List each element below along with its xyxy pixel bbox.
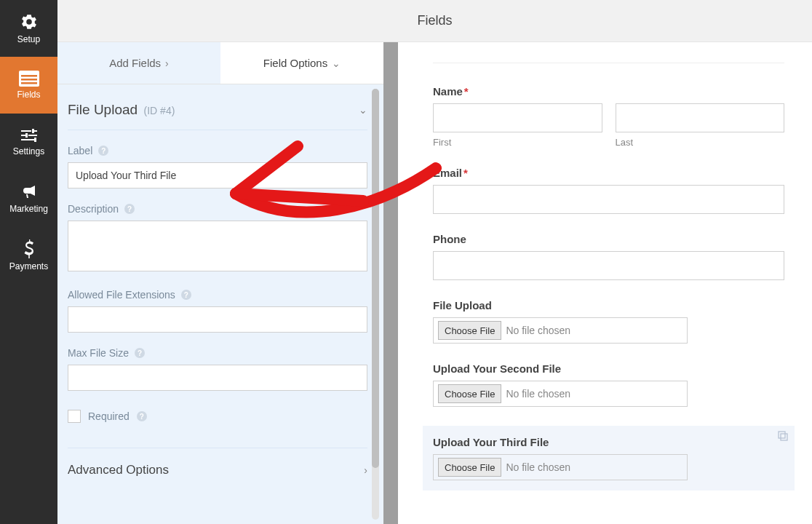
sidebar-item-settings[interactable]: Settings bbox=[0, 114, 57, 170]
no-file-text: No file chosen bbox=[506, 461, 570, 473]
sidebar: Setup Fields Settings Marketing Payments bbox=[0, 0, 57, 524]
help-icon[interactable]: ? bbox=[181, 290, 191, 300]
chevron-down-icon: ⌄ bbox=[332, 57, 341, 69]
svg-rect-1 bbox=[21, 75, 37, 77]
field-options-panel: Add Fields › Field Options ⌄ File Upload… bbox=[57, 42, 383, 524]
preview-email-field[interactable]: Email* bbox=[433, 167, 784, 214]
sidebar-item-marketing[interactable]: Marketing bbox=[0, 170, 57, 227]
max-size-input[interactable] bbox=[68, 365, 367, 391]
field-label-text: Max File Size bbox=[68, 347, 129, 359]
label-field-group: Label ? bbox=[68, 145, 367, 188]
preview-file-upload-2[interactable]: Upload Your Second File Choose File No f… bbox=[433, 362, 784, 407]
duplicate-icon[interactable] bbox=[777, 430, 789, 445]
content: Add Fields › Field Options ⌄ File Upload… bbox=[57, 42, 812, 524]
preview-label: File Upload bbox=[433, 299, 784, 311]
sidebar-item-fields[interactable]: Fields bbox=[0, 57, 57, 114]
sliders-icon bbox=[20, 127, 39, 143]
field-label-text: Allowed File Extensions bbox=[68, 289, 175, 301]
preview-label: Email* bbox=[433, 167, 784, 179]
sidebar-item-setup[interactable]: Setup bbox=[0, 0, 57, 57]
help-icon[interactable]: ? bbox=[124, 204, 135, 214]
svg-rect-2 bbox=[21, 79, 37, 81]
allowed-ext-input[interactable] bbox=[68, 306, 367, 333]
last-name-input[interactable] bbox=[616, 103, 785, 132]
description-input[interactable] bbox=[68, 221, 367, 271]
section-header[interactable]: File Upload (ID #4) ⌄ bbox=[68, 84, 367, 130]
chevron-right-icon: › bbox=[364, 464, 367, 476]
choose-file-button[interactable]: Choose File bbox=[438, 321, 501, 340]
preview-phone-field[interactable]: Phone bbox=[433, 233, 784, 280]
required-star-icon: * bbox=[463, 167, 468, 179]
label-input[interactable] bbox=[68, 162, 367, 188]
panel-body: File Upload (ID #4) ⌄ Label ? bbox=[57, 84, 383, 524]
page-title: Fields bbox=[417, 13, 452, 28]
field-label-text: Label bbox=[68, 145, 92, 156]
svg-rect-4 bbox=[779, 432, 785, 438]
dollar-icon bbox=[23, 239, 36, 258]
allowed-ext-group: Allowed File Extensions ? bbox=[68, 289, 367, 333]
max-size-group: Max File Size ? bbox=[68, 347, 367, 391]
choose-file-button[interactable]: Choose File bbox=[438, 384, 501, 403]
help-icon[interactable]: ? bbox=[137, 411, 147, 421]
no-file-text: No file chosen bbox=[506, 388, 570, 400]
phone-input[interactable] bbox=[433, 251, 784, 280]
tab-add-fields[interactable]: Add Fields › bbox=[57, 42, 220, 84]
section-title: File Upload bbox=[68, 102, 138, 117]
main: Fields Add Fields › Field Options ⌄ bbox=[57, 0, 812, 524]
sidebar-item-label: Marketing bbox=[9, 204, 48, 214]
sidebar-item-label: Setup bbox=[17, 34, 40, 44]
required-row: Required ? bbox=[68, 410, 367, 423]
preview-name-field[interactable]: Name* First Last bbox=[433, 85, 784, 148]
description-field-group: Description ? bbox=[68, 203, 367, 274]
scrollbar[interactable] bbox=[372, 89, 379, 520]
tab-field-options[interactable]: Field Options ⌄ bbox=[220, 42, 383, 84]
scrollbar-thumb[interactable] bbox=[372, 89, 379, 468]
preview-file-upload-1[interactable]: File Upload Choose File No file chosen bbox=[433, 299, 784, 344]
field-label-text: Description bbox=[68, 203, 119, 215]
svg-rect-5 bbox=[781, 434, 787, 440]
form-preview: Name* First Last Email* bbox=[398, 42, 812, 524]
svg-rect-3 bbox=[21, 82, 37, 84]
advanced-options-toggle[interactable]: Advanced Options › bbox=[68, 448, 367, 492]
form-icon bbox=[19, 71, 39, 87]
required-checkbox[interactable] bbox=[68, 410, 81, 423]
sidebar-item-label: Payments bbox=[9, 261, 48, 271]
tab-label: Field Options bbox=[263, 57, 327, 69]
chevron-down-icon: ⌄ bbox=[359, 104, 367, 116]
preview-label: Upload Your Third File bbox=[433, 436, 784, 448]
preview-file-upload-3-selected[interactable]: Upload Your Third File Choose File No fi… bbox=[423, 426, 795, 491]
advanced-label: Advanced Options bbox=[68, 463, 169, 477]
sidebar-item-label: Fields bbox=[17, 90, 40, 100]
resize-gutter[interactable] bbox=[383, 42, 398, 524]
bullhorn-icon bbox=[20, 183, 39, 201]
preview-label: Name* bbox=[433, 85, 784, 98]
first-name-input[interactable] bbox=[433, 103, 602, 132]
chevron-right-icon: › bbox=[165, 57, 169, 69]
required-label: Required bbox=[88, 410, 130, 422]
sidebar-item-payments[interactable]: Payments bbox=[0, 227, 57, 284]
required-star-icon: * bbox=[464, 85, 469, 98]
tab-label: Add Fields bbox=[109, 57, 161, 69]
page-title-bar: Fields bbox=[57, 0, 812, 42]
help-icon[interactable]: ? bbox=[98, 146, 108, 156]
section-id: (ID #4) bbox=[144, 105, 175, 116]
last-sublabel: Last bbox=[616, 137, 785, 148]
gear-icon bbox=[20, 12, 39, 31]
first-sublabel: First bbox=[433, 137, 602, 148]
divider bbox=[433, 63, 784, 63]
no-file-text: No file chosen bbox=[506, 325, 570, 336]
preview-label: Phone bbox=[433, 233, 784, 245]
sidebar-item-label: Settings bbox=[13, 146, 44, 156]
email-input[interactable] bbox=[433, 185, 784, 214]
preview-label: Upload Your Second File bbox=[433, 362, 784, 375]
help-icon[interactable]: ? bbox=[135, 348, 145, 358]
choose-file-button[interactable]: Choose File bbox=[438, 458, 501, 477]
panel-tabs: Add Fields › Field Options ⌄ bbox=[57, 42, 383, 84]
